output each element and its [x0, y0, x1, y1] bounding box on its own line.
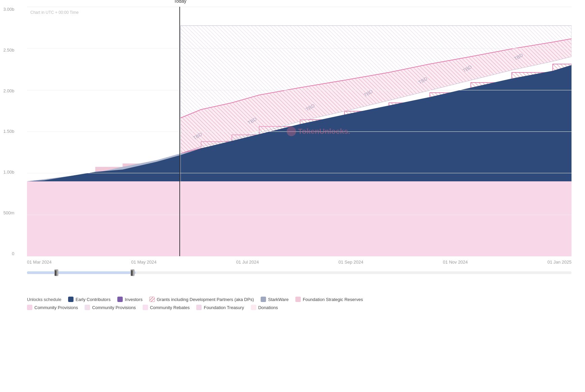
legend-color-community-provisions-1: [27, 305, 32, 310]
legend-row2: Community Provisions Community Provision…: [27, 305, 572, 310]
legend-color-donations: [251, 305, 256, 310]
y-label-3: 1.50b: [3, 129, 14, 134]
legend-item-starkware: StarkWare: [261, 297, 289, 302]
range-track: ‖ ‖: [27, 271, 572, 274]
legend-item-donations: Donations: [251, 305, 278, 310]
legend-color-community-provisions-2: [85, 305, 90, 310]
grid-lines: [27, 7, 572, 256]
legend-item-community-rebates: Community Rebates: [143, 305, 190, 310]
legend-item-grants: Grants including Development Partners (a…: [149, 297, 254, 302]
x-axis: 01 Mar 2024 01 May 2024 01 Jul 2024 01 S…: [27, 260, 572, 265]
legend-label-starkware: StarkWare: [268, 297, 289, 302]
legend-item-community-provisions-1: Community Provisions: [27, 305, 78, 310]
today-label: Today: [174, 0, 186, 4]
legend-item-investors: Investors: [117, 297, 143, 302]
y-label-4: 1.00b: [3, 170, 14, 175]
y-label-1: 2.50b: [3, 48, 14, 53]
legend-color-starkware: [261, 297, 266, 302]
x-label-3: 01 Sep 2024: [339, 260, 363, 265]
y-label-5: 500m: [3, 210, 14, 215]
y-label-6: 0: [3, 251, 14, 256]
legend-color-foundation-treasury: [196, 305, 202, 310]
legend-label-foundation-strategic: Foundation Strategic Reserves: [303, 297, 363, 302]
legend: Unlocks schedule Early Contributors Inve…: [27, 297, 572, 302]
y-axis: 3.00b 2.50b 2.00b 1.50b 1.00b 500m 0: [3, 7, 14, 256]
x-label-4: 01 Nov 2024: [443, 260, 468, 265]
legend-label-foundation-treasury: Foundation Treasury: [204, 305, 244, 310]
legend-title: Unlocks schedule: [27, 297, 61, 302]
range-handle-right[interactable]: ‖: [130, 269, 135, 276]
legend-label-community-provisions-1: Community Provisions: [34, 305, 78, 310]
legend-label-community-provisions-2: Community Provisions: [92, 305, 136, 310]
legend-label-community-rebates: Community Rebates: [150, 305, 190, 310]
chart-container: 3.00b 2.50b 2.00b 1.50b 1.00b 500m 0 Cha…: [0, 0, 585, 392]
x-label-5: 01 Jan 2025: [547, 260, 572, 265]
legend-color-foundation-strategic: [295, 297, 301, 302]
legend-item-community-provisions-2: Community Provisions: [85, 305, 136, 310]
legend-item-early-contributors: Early Contributors: [68, 297, 111, 302]
legend-color-grants: [149, 297, 155, 302]
x-label-2: 01 Jul 2024: [236, 260, 259, 265]
legend-item-foundation-strategic: Foundation Strategic Reserves: [295, 297, 363, 302]
legend-label-grants: Grants including Development Partners (a…: [157, 297, 254, 302]
legend-color-community-rebates: [143, 305, 148, 310]
legend-label-donations: Donations: [258, 305, 278, 310]
legend-label-early-contributors: Early Contributors: [76, 297, 111, 302]
y-label-0: 3.00b: [3, 7, 14, 12]
x-label-1: 01 May 2024: [131, 260, 156, 265]
y-label-2: 2.00b: [3, 88, 14, 93]
legend-label-investors: Investors: [125, 297, 143, 302]
range-handle-left[interactable]: ‖: [54, 269, 58, 276]
x-label-0: 01 Mar 2024: [27, 260, 52, 265]
legend-color-early-contributors: [68, 297, 74, 302]
today-line: Today: [179, 7, 180, 256]
range-slider[interactable]: ‖ ‖: [27, 271, 572, 288]
chart-area: 3.00b 2.50b 2.00b 1.50b 1.00b 500m 0 Cha…: [27, 7, 572, 256]
range-fill: [27, 271, 136, 274]
legend-color-investors: [117, 297, 123, 302]
legend-item-foundation-treasury: Foundation Treasury: [196, 305, 244, 310]
